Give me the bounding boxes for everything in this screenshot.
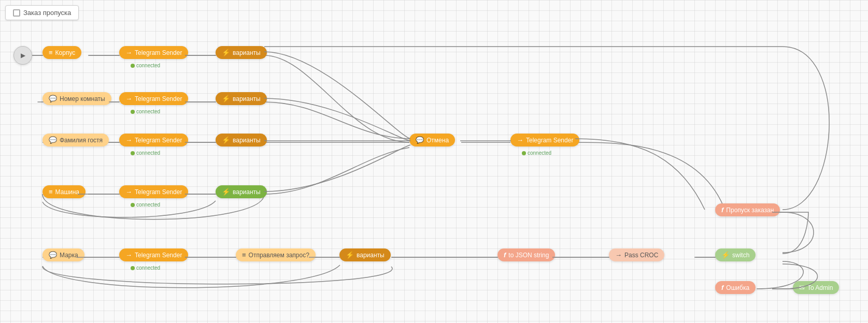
telegram1-label: Telegram Sender [135, 49, 182, 56]
oshibka-icon: f [721, 284, 723, 291]
mashina-node[interactable]: ≡ Машина [42, 185, 86, 198]
variants3-label: варианты [233, 137, 261, 144]
telegram1-sublabel: connected [136, 63, 160, 68]
nomer-label: Номер комнаты [60, 95, 105, 102]
korpus-label: Корпус [55, 49, 76, 56]
telegram3-sublabel: connected [136, 150, 160, 156]
telegram2-label: Telegram Sender [135, 95, 182, 102]
variants4-icon: ⚡ [222, 188, 230, 196]
telegram6-sublabel: connected [528, 150, 551, 156]
telegram5-node[interactable]: → Telegram Sender [119, 248, 188, 261]
telegram5-sublabel: connected [136, 265, 160, 271]
otmena-node[interactable]: 💬 Отмена [409, 134, 455, 146]
familiya-label: Фамилия гостя [60, 137, 103, 144]
telegram2-connected-dot [131, 110, 135, 114]
variants1-icon: ⚡ [222, 49, 230, 56]
toadmin-node[interactable]: ✉ To Admin [793, 281, 839, 294]
toadmin-label: To Admin [807, 284, 833, 291]
telegram5-icon: → [125, 251, 132, 259]
passcroc-icon: → [615, 251, 622, 259]
title-icon [13, 9, 20, 17]
toadmin-icon: ✉ [799, 284, 805, 291]
variants2-label: варианты [233, 95, 261, 102]
mashina-icon: ≡ [49, 188, 53, 196]
variants5-icon: ⚡ [346, 251, 354, 259]
telegram2-icon: → [125, 95, 132, 102]
title-text: Заказ пропуска [23, 9, 71, 17]
flow-canvas: Заказ пропуска [0, 0, 868, 323]
mashina-label: Машина [55, 188, 79, 196]
variants5-label: варианты [357, 252, 385, 259]
passcroc-label: Pass CROC [624, 252, 658, 259]
variants4-label: варианты [233, 188, 261, 196]
familiya-node[interactable]: 💬 Фамилия гостя [42, 134, 109, 146]
telegram2-sublabel: connected [136, 109, 160, 114]
oshibka-label: Ошибка [726, 284, 749, 291]
switch-node[interactable]: ⚡ switch [715, 248, 756, 261]
telegram4-sublabel: connected [136, 202, 160, 208]
variants5-node[interactable]: ⚡ варианты [339, 248, 391, 261]
variants2-node[interactable]: ⚡ варианты [216, 92, 267, 105]
nomer-icon: 💬 [49, 95, 57, 102]
start-icon: ▶ [21, 52, 25, 59]
telegram3-label: Telegram Sender [135, 137, 182, 144]
telegram4-connected-dot [131, 203, 135, 207]
telegram3-connected-dot [131, 151, 135, 155]
telegram4-label: Telegram Sender [135, 188, 182, 196]
tojson-label: to JSON string [508, 252, 549, 259]
telegram1-node[interactable]: → Telegram Sender [119, 46, 188, 59]
switch-label: switch [732, 252, 749, 259]
variants4-node[interactable]: ⚡ варианты [216, 185, 267, 198]
telegram6-icon: → [517, 136, 523, 144]
telegram2-node[interactable]: → Telegram Sender [119, 92, 188, 105]
otmena-label: Отмена [426, 137, 449, 144]
korpus-icon: ≡ [49, 49, 53, 56]
flow-title[interactable]: Заказ пропуска [5, 5, 79, 20]
telegram5-connected-dot [131, 266, 135, 270]
propusk-icon: f [721, 206, 723, 214]
telegram6-label: Telegram Sender [526, 137, 573, 144]
telegram4-icon: → [125, 188, 132, 196]
otmena-icon: 💬 [416, 136, 424, 144]
propusk-label: Пропуск заказан [726, 207, 774, 214]
marka-icon: 💬 [49, 251, 57, 259]
telegram1-connected-dot [131, 64, 135, 68]
switch-icon: ⚡ [721, 251, 730, 259]
telegram6-connected-dot [522, 151, 526, 155]
passcroc-node[interactable]: → Pass CROC [609, 248, 664, 261]
familiya-icon: 💬 [49, 136, 57, 144]
propusk-node[interactable]: f Пропуск заказан [715, 203, 780, 216]
marka-label: Марка [60, 252, 78, 259]
telegram5-label: Telegram Sender [135, 252, 182, 259]
telegram6-node[interactable]: → Telegram Sender [510, 134, 579, 146]
start-node[interactable]: ▶ [13, 46, 32, 65]
variants3-node[interactable]: ⚡ варианты [216, 134, 267, 146]
nomer-node[interactable]: 💬 Номер комнаты [42, 92, 111, 105]
otpravlyaem-icon: ≡ [242, 251, 246, 259]
variants1-node[interactable]: ⚡ варианты [216, 46, 267, 59]
telegram4-node[interactable]: → Telegram Sender [119, 185, 188, 198]
oshibka-node[interactable]: f Ошибка [715, 281, 756, 294]
otpravlyaem-label: Отправляем запрос? [249, 252, 309, 259]
variants3-icon: ⚡ [222, 136, 230, 144]
variants1-label: варианты [233, 49, 261, 56]
tojson-icon: f [504, 251, 506, 259]
telegram3-node[interactable]: → Telegram Sender [119, 134, 188, 146]
marka-node[interactable]: 💬 Марка [42, 248, 84, 261]
otpravlyaem-node[interactable]: ≡ Отправляем запрос? [236, 248, 316, 261]
tojson-node[interactable]: f to JSON string [497, 248, 555, 261]
telegram3-icon: → [125, 136, 132, 144]
variants2-icon: ⚡ [222, 95, 230, 102]
telegram1-icon: → [125, 49, 132, 56]
korpus-node[interactable]: ≡ Корпус [42, 46, 81, 59]
